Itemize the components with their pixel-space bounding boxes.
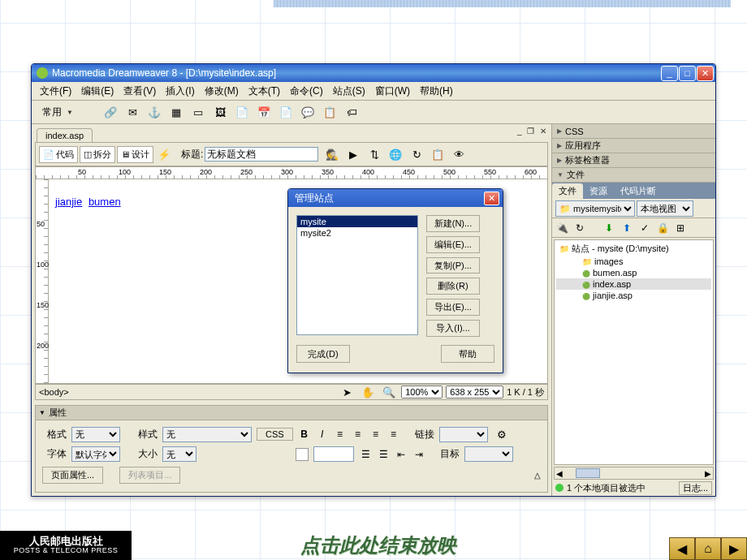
hand-icon[interactable]: ✋ (359, 383, 377, 401)
expand-icon[interactable]: ⊞ (674, 222, 687, 235)
next-slide-button[interactable]: ▶ (721, 537, 747, 560)
site-item-mysite2[interactable]: mysite2 (297, 227, 417, 239)
menu-site[interactable]: 站点(S) (328, 83, 370, 100)
css-panel-header[interactable]: CSS (552, 124, 715, 139)
color-input[interactable] (313, 446, 354, 462)
outdent-icon[interactable]: ⇤ (395, 449, 408, 460)
menu-commands[interactable]: 命令(C) (285, 83, 328, 100)
italic-button[interactable]: I (316, 429, 329, 440)
insert-category-dropdown[interactable]: 常用 (35, 103, 77, 122)
media-icon[interactable]: 📄 (233, 103, 251, 121)
document-tab[interactable]: index.asp (37, 128, 93, 142)
view-options-icon[interactable]: 📋 (429, 145, 447, 163)
refresh-files-icon[interactable]: ↻ (573, 222, 586, 235)
files-tab-snippets[interactable]: 代码片断 (614, 183, 663, 199)
collapse-icon[interactable]: △ (534, 471, 541, 480)
pointer-icon[interactable]: ➤ (338, 383, 356, 401)
hyperlink-icon[interactable]: 🔗 (101, 103, 119, 121)
quick-tag-icon[interactable]: ⚙ (493, 425, 511, 443)
zoom-icon[interactable]: 🔍 (380, 383, 398, 401)
refresh-icon[interactable]: ↻ (408, 145, 425, 163)
link-select[interactable] (439, 427, 488, 442)
menu-window[interactable]: 窗口(W) (370, 83, 415, 100)
ol-icon[interactable]: ☰ (377, 449, 390, 460)
align-center-icon[interactable]: ≡ (352, 429, 365, 440)
prev-slide-button[interactable]: ◀ (669, 537, 695, 560)
menu-file[interactable]: 文件(F) (35, 83, 76, 100)
import-site-button[interactable]: 导入(I)... (426, 320, 480, 337)
file-mgmt-icon[interactable]: ⇅ (365, 145, 383, 163)
design-view-button[interactable]: 🖥设计 (117, 146, 153, 163)
div-icon[interactable]: ▭ (189, 103, 207, 121)
link-bumen[interactable]: bumen (89, 196, 121, 208)
tag-chooser-icon[interactable]: 🏷 (343, 103, 361, 121)
server-include-icon[interactable]: 📄 (277, 103, 295, 121)
checkin-icon[interactable]: 🔒 (656, 222, 669, 235)
files-tab-assets[interactable]: 资源 (583, 183, 614, 199)
templates-icon[interactable]: 📋 (321, 103, 339, 121)
edit-site-button[interactable]: 编辑(E)... (426, 236, 480, 253)
menu-edit[interactable]: 编辑(E) (76, 83, 119, 100)
site-list[interactable]: mysite mysite2 (296, 215, 418, 335)
target-select[interactable] (464, 446, 513, 462)
table-icon[interactable]: ▦ (167, 103, 185, 121)
visual-aids-icon[interactable]: 👁 (450, 145, 468, 163)
menu-modify[interactable]: 修改(M) (200, 83, 244, 100)
menu-text[interactable]: 文本(T) (244, 83, 285, 100)
remove-site-button[interactable]: 删除(R) (426, 278, 480, 295)
log-button[interactable]: 日志... (679, 481, 712, 495)
style-select[interactable]: 无 (162, 427, 252, 442)
doc-restore-icon[interactable]: ❐ (527, 127, 536, 136)
site-root-folder[interactable]: 站点 - mysite (D:\mysite) (556, 242, 711, 256)
css-button[interactable]: CSS (257, 428, 293, 441)
put-icon[interactable]: ⬆ (620, 222, 633, 235)
file-jianjie[interactable]: jianjie.asp (556, 290, 711, 301)
page-properties-button[interactable]: 页面属性... (42, 467, 103, 484)
connect-icon[interactable]: 🔌 (555, 222, 568, 235)
end-slideshow-text[interactable]: 点击此处结束放映 (300, 532, 456, 558)
site-item-mysite[interactable]: mysite (297, 216, 417, 227)
menu-help[interactable]: 帮助(H) (415, 83, 458, 100)
properties-header[interactable]: 属性 (36, 406, 547, 420)
doc-close-icon[interactable]: ✕ (540, 127, 548, 136)
tag-inspector-panel-header[interactable]: 标签检查器 (552, 153, 715, 168)
font-select[interactable]: 默认字体 (71, 446, 120, 462)
file-tree[interactable]: 站点 - mysite (D:\mysite) images bumen.asp… (554, 239, 714, 465)
application-panel-header[interactable]: 应用程序 (552, 139, 715, 153)
help-button[interactable]: 帮助 (441, 345, 494, 363)
dialog-close-button[interactable]: ✕ (484, 192, 499, 205)
maximize-button[interactable]: □ (679, 66, 696, 81)
indent-icon[interactable]: ⇥ (412, 449, 425, 460)
color-swatch[interactable] (296, 448, 309, 461)
date-icon[interactable]: 📅 (255, 103, 273, 121)
align-right-icon[interactable]: ≡ (369, 429, 382, 440)
comment-icon[interactable]: 💬 (299, 103, 317, 121)
site-dropdown[interactable]: 📁 mysitemysite (555, 200, 635, 217)
checkout-icon[interactable]: ✓ (638, 222, 651, 235)
file-bumen[interactable]: bumen.asp (556, 267, 711, 278)
format-select[interactable]: 无 (71, 427, 120, 442)
file-index[interactable]: index.asp (556, 278, 711, 290)
folder-images[interactable]: images (556, 256, 711, 267)
tag-selector[interactable]: <body> (39, 387, 69, 397)
bold-button[interactable]: B (298, 429, 311, 440)
home-button[interactable]: ⌂ (695, 537, 721, 560)
files-panel-header[interactable]: 文件 (552, 168, 715, 183)
files-tab-files[interactable]: 文件 (552, 183, 583, 199)
new-site-button[interactable]: 新建(N)... (426, 215, 480, 232)
window-size-select[interactable]: 638 x 255 (446, 386, 503, 398)
menu-insert[interactable]: 插入(I) (161, 83, 199, 100)
close-button[interactable]: ✕ (697, 66, 714, 81)
image-icon[interactable]: 🖼 (211, 103, 229, 121)
zoom-select[interactable]: 100% (401, 386, 443, 398)
duplicate-site-button[interactable]: 复制(P)... (426, 257, 480, 274)
live-data-icon[interactable]: ⚡ (155, 145, 173, 163)
title-input[interactable] (205, 147, 318, 162)
size-select[interactable]: 无 (162, 446, 196, 462)
menu-view[interactable]: 查看(V) (119, 83, 161, 100)
ul-icon[interactable]: ☰ (359, 449, 372, 460)
get-icon[interactable]: ⬇ (602, 222, 615, 235)
align-left-icon[interactable]: ≡ (334, 429, 347, 440)
align-justify-icon[interactable]: ≡ (387, 429, 400, 440)
link-jianjie[interactable]: jianjie (55, 196, 82, 208)
